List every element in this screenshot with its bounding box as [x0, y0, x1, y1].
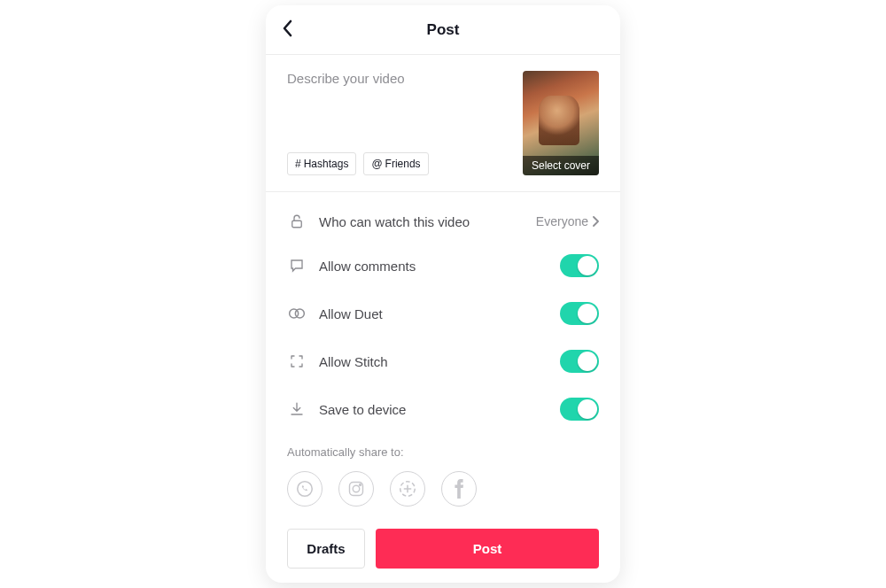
- post-button[interactable]: Post: [376, 529, 599, 569]
- svg-rect-0: [292, 220, 302, 228]
- share-whatsapp-button[interactable]: [287, 471, 323, 507]
- share-label: Automatically share to:: [287, 433, 599, 459]
- hashtags-button[interactable]: # Hashtags: [287, 152, 356, 175]
- hashtags-label: Hashtags: [304, 158, 349, 170]
- svg-point-5: [353, 485, 360, 492]
- save-toggle[interactable]: [560, 398, 599, 421]
- duet-icon: [287, 306, 307, 321]
- comment-icon: [287, 258, 307, 274]
- facebook-icon: [453, 479, 465, 499]
- stitch-label: Allow Stitch: [319, 354, 548, 369]
- cover-label: Select cover: [523, 156, 599, 175]
- hash-icon: #: [295, 158, 301, 170]
- compose-left: # Hashtags @ Friends: [287, 71, 507, 175]
- comments-label: Allow comments: [319, 259, 548, 274]
- drafts-button[interactable]: Drafts: [287, 529, 365, 569]
- share-facebook-button[interactable]: [441, 471, 477, 507]
- instagram-icon: [347, 480, 365, 498]
- cover-thumbnail[interactable]: Select cover: [523, 71, 599, 175]
- share-instagram-button[interactable]: [338, 471, 374, 507]
- description-input[interactable]: [287, 71, 507, 133]
- stitch-icon: [287, 353, 307, 369]
- post-screen: Post # Hashtags @ Friends Select cover: [266, 5, 620, 583]
- at-icon: @: [371, 158, 382, 170]
- compose-section: # Hashtags @ Friends Select cover: [266, 55, 620, 192]
- chevron-left-icon: [282, 19, 294, 37]
- duet-toggle[interactable]: [560, 302, 599, 325]
- comments-toggle[interactable]: [560, 254, 599, 277]
- svg-point-6: [360, 484, 361, 485]
- header-bar: Post: [266, 5, 620, 55]
- friends-button[interactable]: @ Friends: [363, 152, 428, 175]
- svg-point-2: [295, 309, 304, 318]
- status-icon: [398, 479, 417, 499]
- svg-point-3: [298, 482, 313, 497]
- footer-bar: Drafts Post: [266, 518, 620, 583]
- privacy-label: Who can watch this video: [319, 214, 524, 229]
- back-button[interactable]: [282, 19, 294, 41]
- duet-row: Allow Duet: [287, 290, 599, 337]
- comments-row: Allow comments: [287, 242, 599, 290]
- download-icon: [287, 401, 307, 417]
- stitch-toggle[interactable]: [560, 350, 599, 373]
- lock-icon: [287, 213, 307, 229]
- duet-label: Allow Duet: [319, 306, 548, 321]
- tag-row: # Hashtags @ Friends: [287, 152, 507, 175]
- save-row: Save to device: [287, 385, 599, 433]
- friends-label: Friends: [385, 158, 421, 170]
- share-row: [287, 459, 599, 518]
- save-label: Save to device: [319, 402, 548, 417]
- share-status-button[interactable]: [390, 471, 425, 507]
- stitch-row: Allow Stitch: [287, 337, 599, 385]
- whatsapp-icon: [295, 479, 315, 499]
- page-title: Post: [427, 21, 460, 39]
- chevron-right-icon: [592, 216, 599, 227]
- settings-section: Who can watch this video Everyone Allow …: [266, 192, 620, 518]
- privacy-row[interactable]: Who can watch this video Everyone: [287, 201, 599, 242]
- privacy-value: Everyone: [536, 214, 599, 228]
